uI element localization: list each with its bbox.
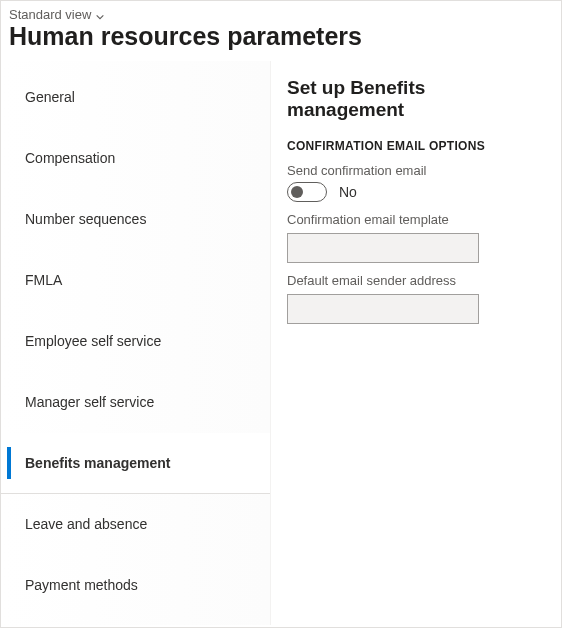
main-panel: Set up Benefits management CONFIRMATION … — [271, 61, 561, 625]
sidebar-item-label: Benefits management — [25, 455, 170, 471]
sidebar-item-label: Manager self service — [25, 394, 154, 410]
send-confirmation-label: Send confirmation email — [287, 163, 541, 178]
sidebar-item-leave-and-absence[interactable]: Leave and absence — [1, 494, 270, 555]
chevron-down-icon — [95, 10, 105, 20]
sidebar: General Compensation Number sequences FM… — [1, 61, 271, 625]
subsection-title: CONFIRMATION EMAIL OPTIONS — [287, 139, 541, 153]
sidebar-item-label: Payment methods — [25, 577, 138, 593]
template-input[interactable] — [287, 233, 479, 263]
sidebar-item-compensation[interactable]: Compensation — [1, 128, 270, 189]
sidebar-item-number-sequences[interactable]: Number sequences — [1, 189, 270, 250]
sidebar-item-fmla[interactable]: FMLA — [1, 250, 270, 311]
send-confirmation-toggle[interactable] — [287, 182, 327, 202]
toggle-knob-icon — [291, 186, 303, 198]
page-title: Human resources parameters — [1, 22, 561, 61]
send-confirmation-value: No — [339, 184, 357, 200]
sidebar-item-label: Leave and absence — [25, 516, 147, 532]
sidebar-item-label: Compensation — [25, 150, 115, 166]
sidebar-item-label: General — [25, 89, 75, 105]
sidebar-item-benefits-management[interactable]: Benefits management — [1, 433, 270, 494]
template-label: Confirmation email template — [287, 212, 541, 227]
sidebar-item-label: Number sequences — [25, 211, 146, 227]
sidebar-item-employee-self-service[interactable]: Employee self service — [1, 311, 270, 372]
send-confirmation-toggle-row: No — [287, 182, 541, 202]
content-area: General Compensation Number sequences FM… — [1, 61, 561, 625]
sidebar-item-label: FMLA — [25, 272, 62, 288]
section-title: Set up Benefits management — [287, 77, 541, 121]
sender-label: Default email sender address — [287, 273, 541, 288]
view-selector-label: Standard view — [9, 7, 91, 22]
sender-input[interactable] — [287, 294, 479, 324]
sidebar-item-payment-methods[interactable]: Payment methods — [1, 555, 270, 616]
view-selector[interactable]: Standard view — [1, 1, 561, 22]
sidebar-item-label: Employee self service — [25, 333, 161, 349]
sidebar-item-general[interactable]: General — [1, 67, 270, 128]
sidebar-item-manager-self-service[interactable]: Manager self service — [1, 372, 270, 433]
